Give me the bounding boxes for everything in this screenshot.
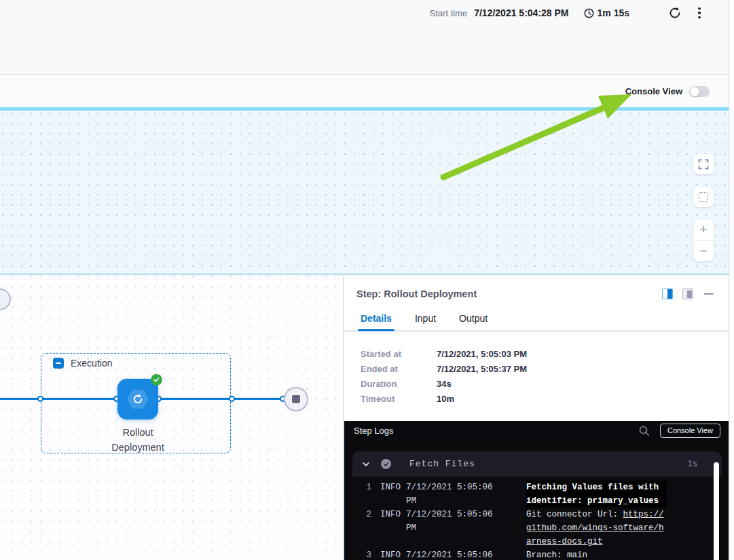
detail-label: Timeout	[361, 394, 437, 404]
canvas-panel-divider	[0, 274, 729, 275]
refresh-button[interactable]	[667, 5, 682, 20]
log-timestamp: 7/12/2021 5:05:06 PM	[406, 548, 498, 560]
node-label: Rollout Deployment	[77, 425, 199, 455]
log-timestamp: 7/12/2021 5:05:06 PM	[406, 481, 498, 508]
connector-port	[37, 396, 43, 402]
log-group-duration: 1s	[688, 460, 697, 469]
right-edge-strip	[729, 0, 734, 560]
log-entry: 3 INFO 7/12/2021 5:05:06 PM Branch: main	[359, 548, 722, 560]
zoom-out-button[interactable]: −	[693, 241, 714, 262]
rollout-icon	[132, 393, 144, 405]
log-level: INFO	[380, 548, 394, 560]
log-lines: 1 INFO 7/12/2021 5:05:06 PM Fetching Val…	[352, 477, 722, 560]
log-group-name: Fetch Files	[409, 459, 688, 469]
zoom-pill: + −	[693, 219, 714, 261]
log-line-number: 2	[359, 508, 371, 548]
elapsed-duration: 1m 15s	[584, 7, 629, 18]
fit-to-screen-icon	[699, 192, 708, 202]
connector-port	[229, 396, 235, 402]
panel-header: Step: Rollout Deployment	[344, 275, 729, 299]
detail-label: Started at	[361, 349, 437, 359]
log-timestamp: 7/12/2021 5:05:06 PM	[406, 508, 498, 548]
minimize-panel-button[interactable]	[704, 288, 714, 299]
node-label-line2: Deployment	[77, 440, 199, 455]
pipeline-end-node[interactable]	[284, 387, 308, 411]
panel-title: Step: Rollout Deployment	[356, 288, 662, 299]
panel-left-border	[343, 274, 344, 560]
detail-label: Duration	[361, 379, 437, 389]
search-icon[interactable]	[638, 425, 650, 437]
detail-row-started-at: Started at 7/12/2021, 5:05:03 PM	[361, 349, 729, 359]
log-entry: 1 INFO 7/12/2021 5:05:06 PM Fetching Val…	[359, 481, 722, 508]
log-level: INFO	[380, 508, 394, 548]
step-details-panel: Step: Rollout Deployment Details Input O…	[344, 275, 729, 560]
log-message-prefix: Git connector Url:	[526, 510, 623, 519]
log-entry: 2 INFO 7/12/2021 5:05:06 PM Git connecto…	[359, 508, 722, 548]
pipeline-canvas-upper[interactable]	[0, 111, 729, 274]
console-view-button[interactable]: Console View	[660, 424, 720, 438]
success-badge	[151, 374, 162, 386]
detail-row-ended-at: Ended at 7/12/2021, 5:05:37 PM	[361, 364, 729, 374]
tab-output[interactable]: Output	[459, 313, 488, 330]
more-options-button[interactable]	[693, 5, 705, 20]
fullscreen-button[interactable]	[693, 154, 714, 174]
collapse-group-button[interactable]	[53, 358, 64, 369]
detail-label: Ended at	[361, 364, 437, 374]
stage-tab-indicator	[0, 107, 729, 111]
pipeline-canvas-lower[interactable]: Execution Rollout Deployment	[0, 274, 343, 560]
full-view-icon[interactable]	[682, 288, 693, 299]
chevron-down-icon	[362, 460, 370, 468]
refresh-icon	[668, 6, 682, 20]
panel-tabs: Details Input Output	[344, 313, 729, 331]
split-view-icon[interactable]	[662, 288, 673, 299]
zoom-in-button[interactable]: +	[693, 219, 714, 241]
detail-row-timeout: Timeout 10m	[361, 394, 729, 404]
execution-group-header: Execution	[53, 358, 112, 369]
log-message: Git connector Url: https://github.com/wi…	[526, 508, 666, 548]
canvas-zoom-controls: + −	[693, 154, 714, 261]
log-line-number: 3	[359, 548, 371, 560]
detail-value: 34s	[437, 379, 452, 389]
view-toolbar: Console View	[0, 75, 729, 107]
log-message: Branch: main	[526, 548, 666, 560]
console-view-toggle[interactable]	[689, 86, 710, 97]
log-group-fetch-files[interactable]: Fetch Files 1s	[352, 451, 722, 477]
start-time-value: 7/12/2021 5:04:28 PM	[474, 7, 568, 18]
step-details-list: Started at 7/12/2021, 5:05:03 PM Ended a…	[344, 331, 729, 404]
step-hexagon	[127, 390, 149, 409]
execution-header-bar: Start time 7/12/2021 5:04:28 PM 1m 15s	[0, 0, 729, 75]
rollout-deployment-node[interactable]	[117, 379, 158, 419]
log-line-number: 1	[359, 481, 371, 508]
log-level: INFO	[380, 481, 394, 508]
pipeline-execution-screen: Start time 7/12/2021 5:04:28 PM 1m 15s C…	[0, 0, 734, 560]
tab-details[interactable]: Details	[361, 313, 392, 330]
logs-scrollbar[interactable]	[714, 462, 719, 560]
tab-input[interactable]: Input	[415, 313, 436, 330]
start-time-label: Start time	[430, 8, 468, 18]
fit-to-screen-button[interactable]	[693, 187, 714, 207]
clock-icon	[584, 8, 594, 18]
step-logs-header: Step Logs Console View	[344, 421, 729, 441]
detail-value: 7/12/2021, 5:05:03 PM	[437, 349, 527, 359]
execution-meta-row: Start time 7/12/2021 5:04:28 PM 1m 15s	[430, 5, 705, 20]
elapsed-value: 1m 15s	[598, 7, 629, 18]
check-icon	[153, 377, 160, 383]
logs-body: Fetch Files 1s 1 INFO 7/12/2021 5:05:06 …	[344, 441, 729, 560]
node-label-line1: Rollout	[77, 425, 199, 440]
step-logs-section: Step Logs Console View Fetch Files 1s	[344, 421, 729, 560]
stop-icon	[292, 395, 300, 403]
detail-value: 10m	[437, 394, 454, 404]
detail-value: 7/12/2021, 5:05:37 PM	[437, 364, 527, 374]
fullscreen-icon	[698, 159, 709, 170]
log-message: Fetching Values files with identifier: p…	[526, 481, 666, 508]
console-view-label: Console View	[625, 86, 682, 96]
detail-row-duration: Duration 34s	[361, 379, 729, 389]
execution-group-label: Execution	[71, 358, 112, 369]
group-success-icon	[381, 459, 391, 469]
toggle-knob	[690, 87, 699, 96]
console-view-control: Console View	[625, 75, 710, 107]
step-logs-title: Step Logs	[354, 426, 638, 436]
